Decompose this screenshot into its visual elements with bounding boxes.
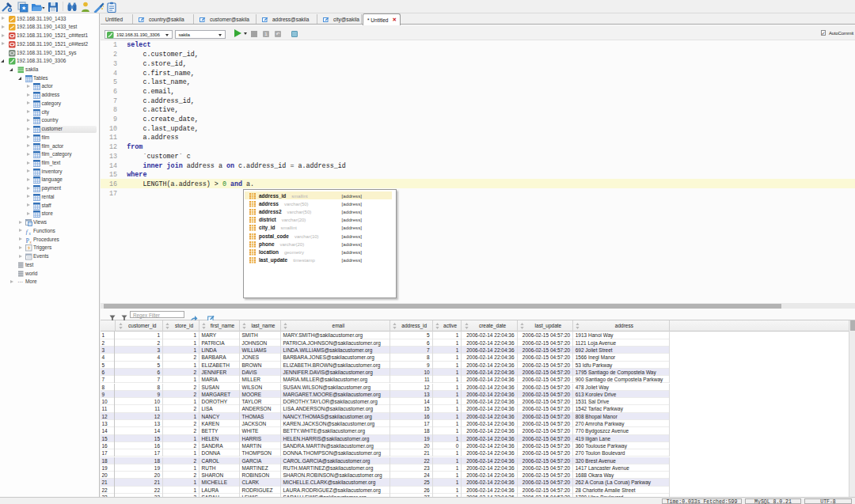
svg-text:x: x — [28, 231, 31, 235]
svg-text:⋯: ⋯ — [17, 279, 23, 285]
svg-text:x: x — [29, 240, 32, 244]
